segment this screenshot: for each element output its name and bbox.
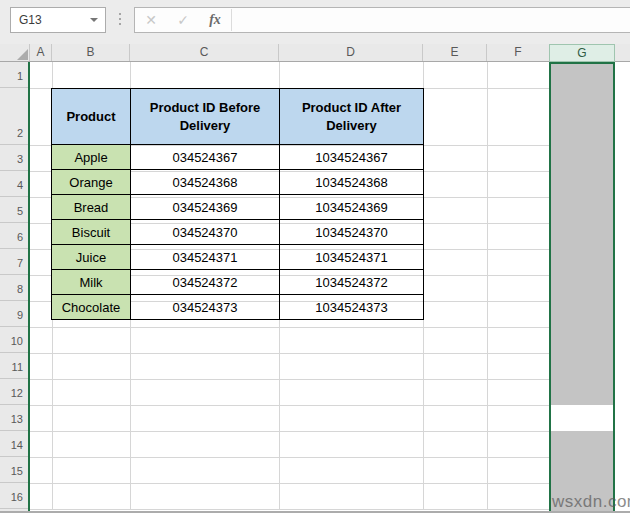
cell[interactable]: 1034524368 bbox=[280, 170, 424, 195]
table-row: Apple 034524367 1034524367 bbox=[52, 145, 424, 170]
select-all-button[interactable] bbox=[0, 44, 30, 61]
table-row: Milk 034524372 1034524372 bbox=[52, 270, 424, 295]
chevron-down-icon bbox=[90, 18, 98, 22]
cell-header-after[interactable]: Product ID After Delivery bbox=[280, 89, 424, 145]
formula-bar-gripper-icon bbox=[119, 13, 121, 25]
formula-strip: ✕ ✓ fx bbox=[134, 7, 630, 33]
row-header-6[interactable]: 6 bbox=[0, 223, 29, 249]
column-header-d[interactable]: D bbox=[279, 44, 423, 61]
cell[interactable]: 1034524369 bbox=[280, 195, 424, 220]
row-header-16[interactable]: 16 bbox=[0, 483, 29, 509]
cell[interactable]: 034524372 bbox=[131, 270, 280, 295]
product-table: Product Product ID Before Delivery Produ… bbox=[51, 88, 424, 320]
cell[interactable]: 1034524371 bbox=[280, 245, 424, 270]
cell[interactable]: 034524370 bbox=[131, 220, 280, 245]
cell[interactable]: Milk bbox=[52, 270, 131, 295]
cell[interactable]: 034524369 bbox=[131, 195, 280, 220]
cell[interactable]: 1034524373 bbox=[280, 295, 424, 320]
table-row: Juice 034524371 1034524371 bbox=[52, 245, 424, 270]
gridline bbox=[487, 62, 488, 510]
cell[interactable]: Chocolate bbox=[52, 295, 131, 320]
enter-button[interactable]: ✓ bbox=[167, 8, 199, 32]
cell[interactable]: Bread bbox=[52, 195, 131, 220]
cell[interactable]: 034524368 bbox=[131, 170, 280, 195]
name-box[interactable]: G13 bbox=[10, 7, 106, 33]
active-cell-g13[interactable] bbox=[551, 405, 613, 431]
cancel-button[interactable]: ✕ bbox=[135, 8, 167, 32]
cell[interactable]: Apple bbox=[52, 145, 131, 170]
cell[interactable]: Biscuit bbox=[52, 220, 131, 245]
row-header-7[interactable]: 7 bbox=[0, 249, 29, 275]
name-box-value: G13 bbox=[11, 13, 83, 27]
cell[interactable]: Juice bbox=[52, 245, 131, 270]
row-header-13[interactable]: 13 bbox=[0, 405, 29, 431]
row-header-10[interactable]: 10 bbox=[0, 327, 29, 353]
column-header-e[interactable]: E bbox=[423, 44, 487, 61]
row-header-12[interactable]: 12 bbox=[0, 379, 29, 405]
column-header-row: A B C D E F G bbox=[0, 44, 630, 62]
divider bbox=[231, 9, 232, 31]
watermark-text: wsxdn.com bbox=[552, 492, 630, 512]
column-header-c[interactable]: C bbox=[130, 44, 279, 61]
name-box-dropdown-button[interactable] bbox=[83, 8, 105, 32]
cell[interactable]: Orange bbox=[52, 170, 131, 195]
table-header-row: Product Product ID Before Delivery Produ… bbox=[52, 89, 424, 145]
column-header-a[interactable]: A bbox=[30, 44, 52, 61]
fx-icon: fx bbox=[209, 12, 221, 28]
cell[interactable]: 034524373 bbox=[131, 295, 280, 320]
row-header-5[interactable]: 5 bbox=[0, 197, 29, 223]
insert-function-button[interactable]: fx bbox=[199, 8, 231, 32]
row-header-selection-edge bbox=[28, 62, 30, 511]
row-header-11[interactable]: 11 bbox=[0, 353, 29, 379]
row-header-2[interactable]: 2 bbox=[0, 88, 29, 145]
cancel-icon: ✕ bbox=[145, 12, 157, 28]
row-header-9[interactable]: 9 bbox=[0, 301, 29, 327]
cell-header-product[interactable]: Product bbox=[52, 89, 131, 145]
cell-header-before[interactable]: Product ID Before Delivery bbox=[131, 89, 280, 145]
column-header-f[interactable]: F bbox=[487, 44, 550, 61]
row-header-15[interactable]: 15 bbox=[0, 457, 29, 483]
column-header-b[interactable]: B bbox=[52, 44, 130, 61]
formula-bar-area: G13 ✕ ✓ fx bbox=[0, 0, 630, 44]
row-header-3[interactable]: 3 bbox=[0, 145, 29, 171]
excel-window: G13 ✕ ✓ fx A B C D E F bbox=[0, 0, 630, 516]
selected-column-range[interactable] bbox=[549, 62, 615, 511]
cell[interactable]: 1034524370 bbox=[280, 220, 424, 245]
select-all-triangle-icon bbox=[17, 49, 28, 60]
cell[interactable]: 034524371 bbox=[131, 245, 280, 270]
table-row: Chocolate 034524373 1034524373 bbox=[52, 295, 424, 320]
cell[interactable]: 034524367 bbox=[131, 145, 280, 170]
row-header-8[interactable]: 8 bbox=[0, 275, 29, 301]
column-header-g-selected[interactable]: G bbox=[549, 44, 615, 62]
cell[interactable]: 1034524367 bbox=[280, 145, 424, 170]
row-header-14[interactable]: 14 bbox=[0, 431, 29, 457]
checkmark-icon: ✓ bbox=[177, 12, 189, 28]
table-row: Bread 034524369 1034524369 bbox=[52, 195, 424, 220]
cell[interactable]: 1034524372 bbox=[280, 270, 424, 295]
row-header-4[interactable]: 4 bbox=[0, 171, 29, 197]
formula-input[interactable] bbox=[234, 9, 630, 31]
table-row: Orange 034524368 1034524368 bbox=[52, 170, 424, 195]
sheet-bottom-edge bbox=[0, 511, 630, 513]
row-header-1[interactable]: 1 bbox=[0, 62, 29, 88]
table-row: Biscuit 034524370 1034524370 bbox=[52, 220, 424, 245]
